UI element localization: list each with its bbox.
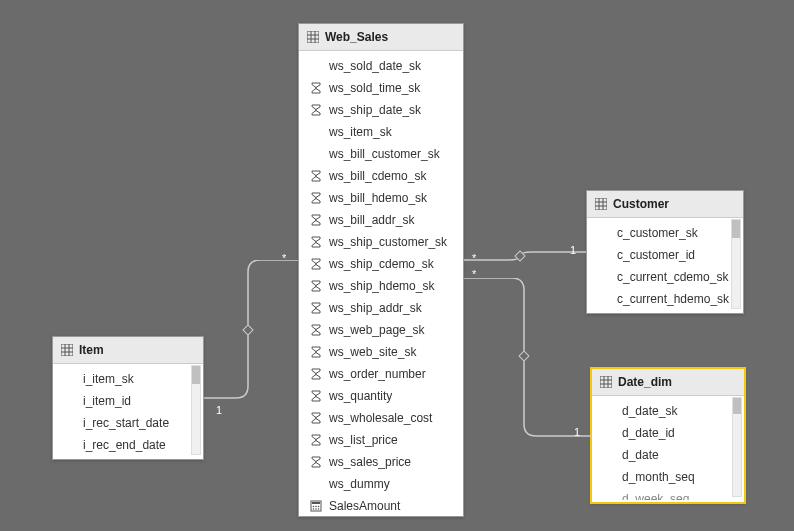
blank-icon (63, 416, 77, 430)
field-row[interactable]: ws_bill_hdemo_sk (299, 187, 463, 209)
field-row[interactable]: ws_bill_cdemo_sk (299, 165, 463, 187)
field-label: ws_quantity (329, 387, 392, 405)
field-label: ws_sold_time_sk (329, 79, 420, 97)
cardinality-label: 1 (574, 426, 580, 438)
blank-icon (309, 147, 323, 161)
blank-icon (597, 292, 611, 306)
field-row[interactable]: ws_list_price (299, 429, 463, 451)
field-row[interactable]: ws_ship_date_sk (299, 99, 463, 121)
field-row[interactable]: ws_ship_cdemo_sk (299, 253, 463, 275)
field-row[interactable]: ws_sales_price (299, 451, 463, 473)
field-row[interactable]: ws_item_sk (299, 121, 463, 143)
sigma-icon (309, 433, 323, 447)
table-title: Item (79, 343, 104, 357)
scrollbar-thumb[interactable] (733, 398, 741, 414)
sigma-icon (309, 169, 323, 183)
field-list-web-sales: ws_sold_date_skws_sold_time_skws_ship_da… (299, 51, 463, 521)
table-date-dim[interactable]: Date_dim d_date_sk d_date_id d_date d_mo… (591, 368, 745, 503)
table-header-item[interactable]: Item (53, 337, 203, 364)
scrollbar[interactable] (191, 365, 201, 455)
field-label: i_item_sk (83, 370, 134, 388)
field-row[interactable]: c_customer_sk (587, 222, 743, 244)
blank-icon (309, 59, 323, 73)
blank-icon (63, 438, 77, 452)
field-row[interactable]: ws_web_site_sk (299, 341, 463, 363)
field-row[interactable]: d_month_seq (592, 466, 744, 488)
field-list-item: i_item_sk i_item_id i_rec_start_date i_r… (53, 364, 203, 458)
cardinality-label: * (472, 268, 476, 280)
blank-icon (602, 404, 616, 418)
sigma-icon (309, 279, 323, 293)
field-label: ws_bill_cdemo_sk (329, 167, 426, 185)
svg-rect-18 (595, 198, 607, 210)
field-label: i_rec_end_date (83, 436, 166, 454)
table-icon (61, 344, 73, 356)
field-row[interactable]: ws_bill_addr_sk (299, 209, 463, 231)
table-title: Date_dim (618, 375, 672, 389)
field-row[interactable]: d_date (592, 444, 744, 466)
svg-rect-23 (600, 376, 612, 388)
table-title: Web_Sales (325, 30, 388, 44)
field-row[interactable]: ws_ship_hdemo_sk (299, 275, 463, 297)
table-header-web-sales[interactable]: Web_Sales (299, 24, 463, 51)
field-label: ws_order_number (329, 365, 426, 383)
scrollbar[interactable] (732, 397, 742, 497)
table-web-sales[interactable]: Web_Sales ws_sold_date_skws_sold_time_sk… (298, 23, 464, 517)
sigma-icon (309, 257, 323, 271)
field-row[interactable]: ws_web_page_sk (299, 319, 463, 341)
cardinality-label: * (282, 252, 286, 264)
field-row[interactable]: ws_dummy (299, 473, 463, 495)
table-customer[interactable]: Customer c_customer_sk c_customer_id c_c… (586, 190, 744, 314)
field-row[interactable]: ws_sold_time_sk (299, 77, 463, 99)
field-label: ws_bill_addr_sk (329, 211, 414, 229)
field-list-customer: c_customer_sk c_customer_id c_current_cd… (587, 218, 743, 312)
scrollbar[interactable] (731, 219, 741, 309)
blank-icon (602, 448, 616, 462)
field-row[interactable]: d_date_sk (592, 400, 744, 422)
field-row[interactable]: ws_order_number (299, 363, 463, 385)
svg-rect-0 (61, 344, 73, 356)
sigma-icon (309, 301, 323, 315)
field-row[interactable]: i_rec_start_date (53, 412, 203, 434)
field-row[interactable]: ws_wholesale_cost (299, 407, 463, 429)
field-label: ws_ship_addr_sk (329, 299, 422, 317)
field-label: ws_bill_customer_sk (329, 145, 440, 163)
field-row[interactable]: c_current_cdemo_sk (587, 266, 743, 288)
field-row[interactable]: i_item_sk (53, 368, 203, 390)
scrollbar-thumb[interactable] (732, 220, 740, 238)
svg-point-16 (315, 508, 317, 510)
sigma-icon (309, 81, 323, 95)
blank-icon (602, 426, 616, 440)
field-row[interactable]: ws_ship_customer_sk (299, 231, 463, 253)
table-icon (595, 198, 607, 210)
table-item[interactable]: Item i_item_sk i_item_id i_rec_start_dat… (52, 336, 204, 460)
field-row[interactable]: ws_ship_addr_sk (299, 297, 463, 319)
field-row[interactable]: i_rec_end_date (53, 434, 203, 456)
field-row[interactable]: c_current_hdemo_sk (587, 288, 743, 310)
relationship-diamond-icon (514, 250, 525, 261)
field-row[interactable]: d_week_seq (592, 488, 744, 500)
field-label: ws_ship_hdemo_sk (329, 277, 434, 295)
field-row[interactable]: i_item_id (53, 390, 203, 412)
svg-point-13 (315, 506, 317, 508)
field-row[interactable]: SalesAmount (299, 495, 463, 517)
svg-point-15 (313, 508, 315, 510)
field-label: d_week_seq (622, 490, 689, 500)
table-header-date-dim[interactable]: Date_dim (592, 369, 744, 396)
field-row[interactable]: ws_sold_date_sk (299, 55, 463, 77)
svg-point-17 (318, 508, 320, 510)
svg-rect-5 (307, 31, 319, 43)
scrollbar-thumb[interactable] (192, 366, 200, 384)
field-label: ws_item_sk (329, 123, 392, 141)
field-list-date-dim: d_date_sk d_date_id d_date d_month_seq d… (592, 396, 744, 500)
field-label: d_date (622, 446, 659, 464)
field-row[interactable]: ws_quantity (299, 385, 463, 407)
field-row[interactable]: d_date_id (592, 422, 744, 444)
field-row[interactable]: ws_bill_customer_sk (299, 143, 463, 165)
table-header-customer[interactable]: Customer (587, 191, 743, 218)
field-label: ws_sales_price (329, 453, 411, 471)
field-label: ws_ship_customer_sk (329, 233, 447, 251)
field-row[interactable]: c_customer_id (587, 244, 743, 266)
blank-icon (597, 270, 611, 284)
field-label: c_current_cdemo_sk (617, 268, 728, 286)
